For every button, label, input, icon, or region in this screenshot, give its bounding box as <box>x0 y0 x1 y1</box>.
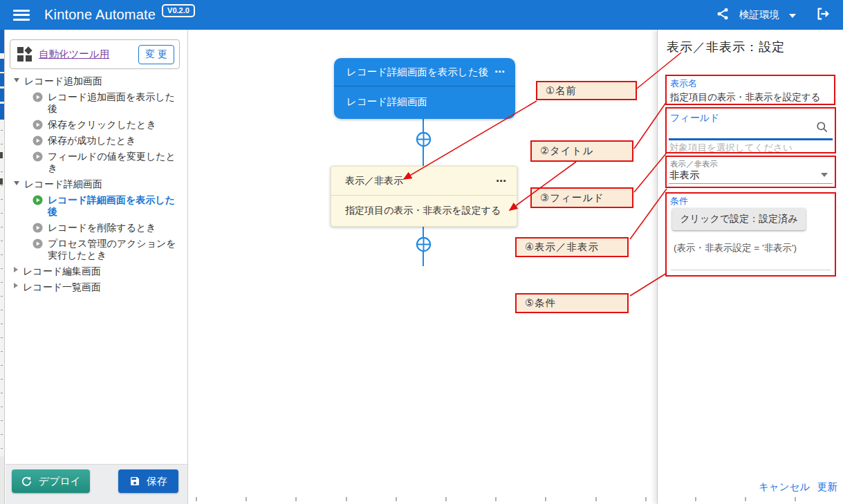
tree-group[interactable]: レコード詳細画面 <box>10 176 184 192</box>
sidebar-footer: デプロイ 保存 <box>6 464 187 504</box>
field-label: フィールド <box>670 112 719 124</box>
ruler-tick <box>645 497 647 501</box>
play-circle-icon <box>33 151 43 162</box>
ruler-tick <box>246 497 247 501</box>
change-app-button[interactable]: 変 更 <box>138 45 174 64</box>
annotation-box: ②タイトル <box>530 140 633 162</box>
tree-event-item[interactable]: 保存をクリックしたとき <box>10 117 184 133</box>
tree-item-label: レコード追加画面を表示した後 <box>48 91 184 115</box>
tree-item-label: レコード編集画面 <box>23 265 101 277</box>
trigger-node[interactable]: レコード詳細画面を表示した後 ⋯ レコード詳細画面 <box>334 58 515 119</box>
app-icon <box>17 47 33 62</box>
save-button[interactable]: 保存 <box>118 469 178 493</box>
tree-group[interactable]: レコード追加画面 <box>10 73 184 89</box>
cancel-link[interactable]: キャンセル <box>759 480 810 494</box>
ruler-tick <box>795 497 796 501</box>
select-caret-icon[interactable] <box>821 173 828 177</box>
action-node-title: 表示／非表示 <box>345 175 403 187</box>
tree-event-item[interactable]: レコード追加画面を表示した後 <box>10 89 184 117</box>
ruler-tick <box>745 497 746 501</box>
ruler-tick <box>595 497 597 501</box>
ruler-tick <box>495 497 497 501</box>
visibility-annotation-box: 表示／非表示 非表示 <box>665 156 836 188</box>
settings-panel: 表示／非表示：設定 表示名 指定項目の表示・非表示を設定する フィールド 対象項… <box>657 30 843 504</box>
play-circle-icon <box>33 223 43 233</box>
action-node[interactable]: 表示／非表示 ⋯ 指定項目の表示・非表示を設定する <box>331 166 517 227</box>
left-edge-minimap <box>0 30 5 504</box>
field-annotation-box: フィールド 対象項目を選択してください <box>665 107 836 153</box>
field-placeholder: 対象項目を選択してください <box>669 142 793 154</box>
deploy-button[interactable]: デプロイ <box>12 469 90 493</box>
triangle-right-icon[interactable] <box>14 267 18 272</box>
panel-title: 表示／非表示：設定 <box>667 39 785 55</box>
play-circle-icon-active <box>33 195 43 205</box>
sidebar: 自動化ツール用 変 更 レコード追加画面レコード追加画面を表示した後保存をクリッ… <box>6 30 188 504</box>
app-link[interactable]: 自動化ツール用 <box>39 48 109 61</box>
tree-event-item[interactable]: フィールドの値を変更したとき <box>10 149 184 176</box>
tree-group[interactable]: レコード一覧画面 <box>10 279 184 295</box>
tree-group[interactable]: レコード編集画面 <box>10 263 184 279</box>
event-tree: レコード追加画面レコード追加画面を表示した後保存をクリックしたとき保存が成功した… <box>10 73 184 295</box>
hamburger-menu-icon[interactable] <box>13 10 30 21</box>
display-name-value[interactable]: 指定項目の表示・非表示を設定する <box>670 91 831 104</box>
condition-annotation-box: 条件 クリックで設定：設定済み (表示・非表示設定 = '非表示') <box>665 192 836 277</box>
ruler-tick <box>196 497 197 501</box>
play-circle-icon <box>33 120 43 130</box>
tree-item-label: プロセス管理のアクションを実行したとき <box>48 238 184 261</box>
play-circle-icon <box>33 239 43 249</box>
triangle-down-icon[interactable] <box>14 78 19 82</box>
deploy-button-label: デプロイ <box>39 475 81 488</box>
tree-item-label: フィールドの値を変更したとき <box>48 151 184 174</box>
save-button-label: 保存 <box>147 475 167 488</box>
ruler-tick <box>545 497 546 501</box>
add-step-button[interactable] <box>416 236 432 252</box>
kintone-automate-window: Kintone Automate V0.2.0 検証環境 自動化ツール用 変 更… <box>0 0 843 504</box>
condition-label: 条件 <box>670 195 688 207</box>
top-bar: Kintone Automate V0.2.0 検証環境 <box>0 0 843 30</box>
sync-icon <box>21 476 33 487</box>
select-underline <box>669 183 833 184</box>
display-name-annotation-box: 表示名 指定項目の表示・非表示を設定する <box>665 75 835 105</box>
caret-down-icon[interactable] <box>789 14 796 18</box>
triangle-down-icon[interactable] <box>14 181 19 185</box>
tree-event-item[interactable]: レコードを削除するとき <box>10 220 184 236</box>
tree-item-label: レコードを削除するとき <box>48 222 156 234</box>
tree-item-label: レコード一覧画面 <box>23 281 101 293</box>
divider <box>671 270 831 270</box>
triangle-right-icon[interactable] <box>14 283 18 288</box>
tree-item-label: 保存が成功したとき <box>48 135 136 147</box>
play-circle-icon <box>33 92 43 102</box>
search-icon[interactable] <box>815 120 828 136</box>
tree-event-item[interactable]: 保存が成功したとき <box>10 133 184 149</box>
trigger-node-subtitle: レコード詳細画面 <box>334 86 515 118</box>
ruler-tick <box>346 497 347 501</box>
field-input[interactable] <box>669 138 833 140</box>
save-icon <box>129 476 140 487</box>
version-badge: V0.2.0 <box>162 4 195 17</box>
app-selector-box: 自動化ツール用 変 更 <box>10 39 180 69</box>
ruler-tick <box>295 497 297 501</box>
trigger-node-title: レコード詳細画面を表示した後 <box>346 66 488 79</box>
ruler-tick <box>445 497 447 501</box>
visibility-select[interactable]: 非表示 <box>669 169 700 182</box>
tree-event-item[interactable]: プロセス管理のアクションを実行したとき <box>10 236 184 263</box>
condition-set-button[interactable]: クリックで設定：設定済み <box>672 208 806 230</box>
tree-event-item[interactable]: レコード詳細画面を表示した後 <box>10 192 184 220</box>
more-options-icon[interactable]: ⋯ <box>494 66 506 78</box>
environment-selector[interactable]: 検証環境 <box>739 8 779 21</box>
add-step-button[interactable] <box>416 131 432 147</box>
annotation-box: ③フィールド <box>530 187 633 208</box>
annotation-box: ⑤条件 <box>515 293 629 313</box>
tree-item-label: レコード詳細画面 <box>24 178 102 190</box>
play-circle-icon <box>33 136 43 146</box>
more-options-icon[interactable]: ⋯ <box>496 175 507 187</box>
tree-item-label: レコード詳細画面を表示した後 <box>48 194 184 218</box>
update-link[interactable]: 更新 <box>817 480 837 494</box>
display-name-label: 表示名 <box>670 77 831 90</box>
annotation-box: ④表示／非表示 <box>515 237 629 257</box>
visibility-label: 表示／非表示 <box>670 159 718 169</box>
logout-icon[interactable] <box>815 6 831 24</box>
tree-item-label: 保存をクリックしたとき <box>48 119 156 131</box>
share-icon[interactable] <box>716 7 730 24</box>
tree-item-label: レコード追加画面 <box>24 75 102 87</box>
